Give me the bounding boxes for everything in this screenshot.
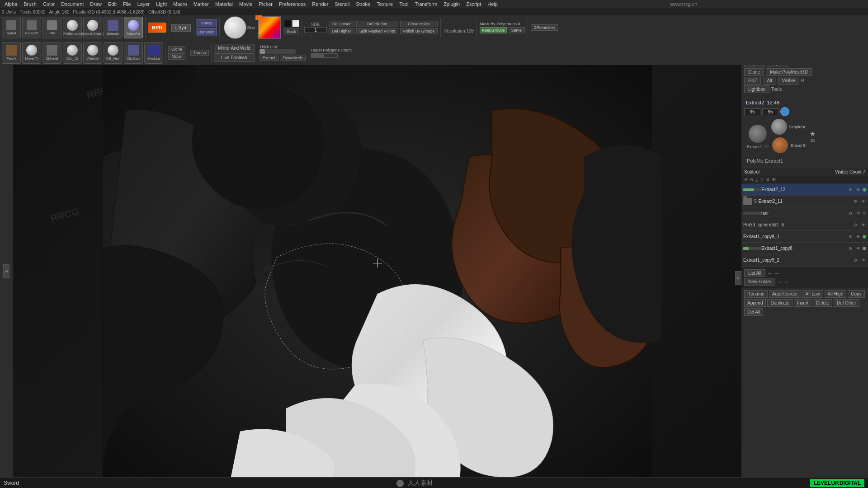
tool-imm[interactable]: IMM — [42, 17, 61, 38]
del-higher-btn[interactable]: Del Higher — [329, 28, 354, 34]
menu-texture[interactable]: Texture — [374, 1, 396, 7]
menu-color[interactable]: Color — [40, 1, 57, 7]
menu-marker[interactable]: Marker — [191, 1, 212, 7]
subtool-icon-3[interactable]: △ — [755, 177, 759, 182]
subtool-extract1-copy9-2[interactable]: Extract1_copy9_2 ⚙ 👁 — [741, 254, 868, 266]
subtool-gear-icon-7[interactable]: ⚙ — [852, 257, 859, 263]
subtool-gear-icon[interactable]: ⚙ — [847, 187, 854, 193]
subtool-icon-1[interactable]: ⊕ — [744, 177, 748, 182]
keep-groups-btn[interactable]: KeepGroups — [480, 27, 507, 33]
tool-orbcr[interactable]: Orb_Cr — [63, 42, 82, 64]
auto-reorder-btn[interactable]: AutoReorder — [769, 290, 801, 298]
subtool-icon-5[interactable]: ⚙ — [766, 177, 770, 182]
subtool-eye-icon[interactable]: 👁 — [855, 187, 861, 193]
polish-by-groups-btn[interactable]: Polish By Groups — [400, 28, 438, 34]
val1-field[interactable] — [744, 108, 760, 115]
menu-light[interactable]: Light — [153, 1, 170, 7]
menu-picker[interactable]: Picker — [256, 1, 275, 7]
clone-btn-panel[interactable]: Clone — [744, 68, 764, 76]
all-high-btn[interactable]: All High — [825, 290, 846, 298]
all-btn[interactable]: All — [763, 77, 776, 84]
back-button[interactable]: Back — [284, 28, 299, 35]
subtool-eye-icon-5[interactable]: 👁 — [855, 234, 861, 240]
subtool-extract1-copy8[interactable]: Extract1_copy8 ⚙ 👁 — [741, 243, 868, 254]
close-holes-btn[interactable]: Close Holes — [400, 21, 438, 27]
same-btn[interactable]: Same — [508, 27, 525, 33]
lightbox-btn[interactable]: Lightbox — [744, 85, 769, 93]
subtool-extract2-11[interactable]: 9 Extract2_11 ⚙ 👁 — [741, 196, 868, 207]
canvas-area[interactable]: RRCG 人人素材 RRCG 人人素材 RRCG 人人素材 人人素材 RRCG — [14, 65, 741, 477]
subtool-extract2-12[interactable]: Extract2_12 ⚙ 👁 — [741, 184, 868, 196]
subtool-hair[interactable]: hair ⚙ 👁 — [741, 207, 868, 219]
del-all-btn[interactable]: Del All — [744, 308, 763, 316]
subtool-pm3d[interactable]: Pm3d_sphere3d1_6 ⚙ 👁 — [741, 219, 868, 231]
tool-selecta[interactable]: SelectA — [104, 17, 123, 38]
menu-layer[interactable]: Layer — [135, 1, 153, 7]
bpr-button[interactable]: BPR — [148, 23, 166, 33]
menu-material[interactable]: Material — [212, 1, 236, 7]
subtool-eye-icon-6[interactable]: 👁 — [855, 245, 861, 252]
goz-btn[interactable]: GoZ — [744, 77, 761, 84]
menu-render[interactable]: Render — [309, 1, 331, 7]
tool-curvest[interactable]: CurveSt — [22, 17, 41, 38]
menu-preferences[interactable]: Preferences — [276, 1, 308, 7]
tool-dehair[interactable]: DE_Hair — [104, 42, 123, 64]
all-low-btn[interactable]: All Low — [802, 290, 823, 298]
subtool-gear-icon-3[interactable]: ⚙ — [847, 210, 854, 216]
menu-movie[interactable]: Movie — [236, 1, 255, 7]
tools-label[interactable]: Tools — [771, 87, 782, 92]
subtool-gear-icon-6[interactable]: ⚙ — [847, 245, 854, 252]
menu-brush[interactable]: Brush — [21, 1, 39, 7]
clone-btn[interactable]: Clone — [168, 46, 185, 52]
zremesher-btn[interactable]: ZRemesher — [531, 24, 558, 31]
subtool-eye-icon-2[interactable]: 👁 — [860, 198, 866, 205]
menu-file[interactable]: File — [120, 1, 134, 7]
new-folder-arrow-right[interactable]: → — [777, 279, 783, 285]
visible-btn[interactable]: Visible — [778, 77, 799, 84]
del-hidden-btn[interactable]: Del Hidden — [356, 21, 398, 27]
thick-slider[interactable] — [259, 49, 296, 54]
list-all-btn[interactable]: List All — [744, 269, 765, 277]
rename-btn[interactable]: Rename — [744, 290, 768, 298]
tool-spiral[interactable]: Spiral — [2, 17, 21, 38]
tool-masspe[interactable]: MassPe — [124, 17, 143, 38]
del-lower-btn[interactable]: Del Lower — [329, 21, 354, 27]
subtool-eye-icon-3[interactable]: 👁 — [855, 210, 861, 216]
tool-pena[interactable]: Pen A — [2, 42, 21, 64]
subtool-gear-icon-2[interactable]: ⚙ — [852, 198, 859, 205]
foreground-color[interactable] — [284, 20, 291, 27]
lsym-button[interactable]: L.Sym — [171, 24, 190, 32]
tool-clipcurv[interactable]: ClipCurv — [124, 42, 143, 64]
menu-document[interactable]: Document — [58, 1, 86, 7]
menu-zplugin[interactable]: Zplugin — [441, 1, 462, 7]
menu-stencil[interactable]: Stencil — [332, 1, 352, 7]
dynamic-button[interactable]: Dynamic — [196, 28, 217, 36]
arrow-left-icon[interactable]: ← — [774, 270, 780, 277]
subtool-icon-6[interactable]: 👁 — [772, 177, 776, 182]
dynamesh-btn[interactable]: DynaMesh — [280, 55, 306, 61]
subtool-gear-icon-4[interactable]: ⚙ — [852, 222, 859, 228]
tool-smoothslash2[interactable]: SmoothSlash2 — [83, 17, 102, 38]
val2-field[interactable] — [762, 108, 778, 115]
menu-alpha[interactable]: Alpha — [2, 1, 20, 7]
menu-stroke[interactable]: Stroke — [353, 1, 373, 7]
extract-btn[interactable]: Extract — [259, 55, 278, 61]
tool-pr6smooth[interactable]: Pr6Smooth — [63, 17, 82, 38]
menu-zscript[interactable]: Zscript — [463, 1, 484, 7]
menu-draw[interactable]: Draw — [87, 1, 104, 7]
split-masked-btn[interactable]: Split Masked Points — [356, 28, 398, 34]
tool-zmodel[interactable]: ZModel — [42, 42, 61, 64]
left-panel-arrow[interactable]: ◄ — [3, 264, 9, 278]
sdiv-input[interactable] — [304, 27, 327, 33]
move-btn[interactable]: Move — [168, 53, 185, 60]
tool-maskla[interactable]: MaskLa — [144, 42, 163, 64]
menu-macro[interactable]: Macro — [170, 1, 190, 7]
menu-transform[interactable]: Transform — [412, 1, 440, 7]
menu-tool[interactable]: Tool — [396, 1, 411, 7]
make-polymesh-btn[interactable]: Make PolyMesh3D — [766, 68, 812, 76]
menu-edit[interactable]: Edit — [105, 1, 119, 7]
mirror-weld-btn[interactable]: Mirror And Weld — [214, 44, 255, 52]
live-boolean-btn[interactable]: Live Boolean — [214, 53, 255, 62]
subtool-eye-icon-7[interactable]: 👁 — [860, 257, 866, 263]
new-folder-btn[interactable]: New Folder — [744, 278, 775, 286]
